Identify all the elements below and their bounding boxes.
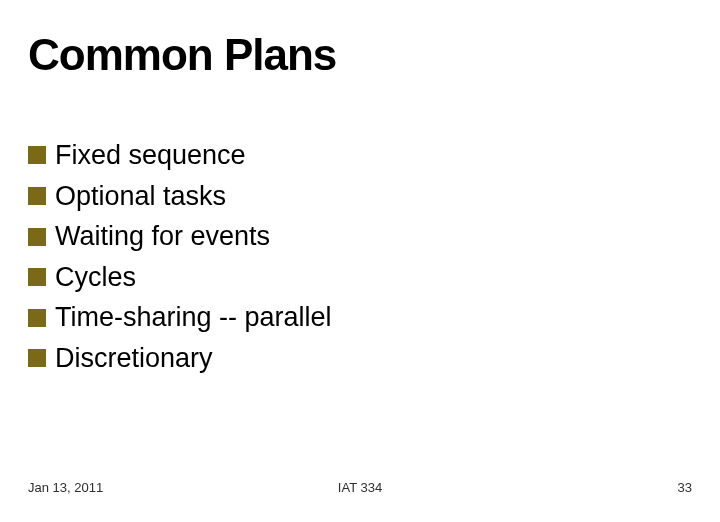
list-item: Time-sharing -- parallel: [28, 298, 692, 337]
square-bullet-icon: [28, 309, 46, 327]
slide-title: Common Plans: [28, 30, 692, 80]
slide-footer: Jan 13, 2011 IAT 334 33: [28, 480, 692, 495]
list-item-label: Optional tasks: [55, 177, 226, 216]
list-item-label: Fixed sequence: [55, 136, 246, 175]
list-item: Optional tasks: [28, 177, 692, 216]
list-item: Discretionary: [28, 339, 692, 378]
list-item-label: Discretionary: [55, 339, 213, 378]
square-bullet-icon: [28, 349, 46, 367]
list-item: Waiting for events: [28, 217, 692, 256]
footer-course: IAT 334: [338, 480, 382, 495]
list-item: Cycles: [28, 258, 692, 297]
square-bullet-icon: [28, 268, 46, 286]
square-bullet-icon: [28, 146, 46, 164]
list-item-label: Waiting for events: [55, 217, 270, 256]
slide: Common Plans Fixed sequence Optional tas…: [0, 0, 720, 522]
bullet-list: Fixed sequence Optional tasks Waiting fo…: [28, 136, 692, 378]
square-bullet-icon: [28, 228, 46, 246]
footer-page-number: 33: [678, 480, 692, 495]
list-item-label: Cycles: [55, 258, 136, 297]
square-bullet-icon: [28, 187, 46, 205]
list-item: Fixed sequence: [28, 136, 692, 175]
list-item-label: Time-sharing -- parallel: [55, 298, 332, 337]
footer-date: Jan 13, 2011: [28, 480, 103, 495]
